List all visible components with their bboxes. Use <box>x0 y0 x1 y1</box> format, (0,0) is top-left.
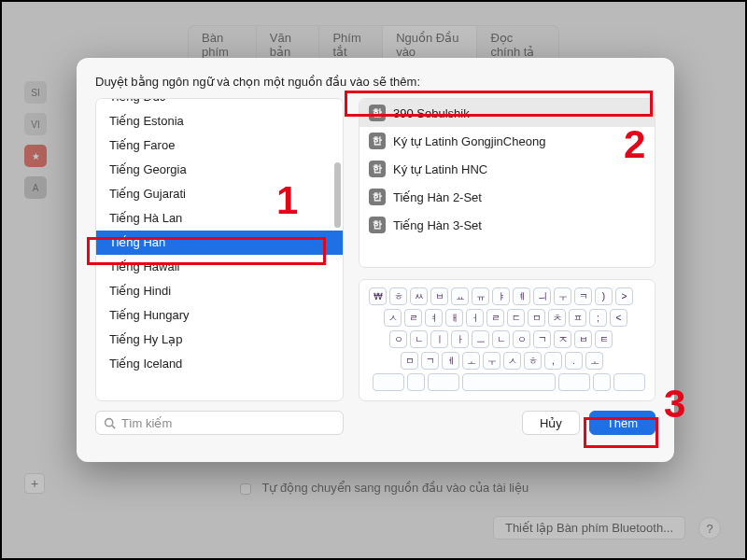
language-item[interactable]: Tiếng Hawaii <box>96 255 343 279</box>
svg-line-1 <box>112 425 115 427</box>
key-space: . <box>462 373 556 391</box>
layout-label: Tiếng Hàn 3-Set <box>393 218 482 232</box>
scrollbar-thumb[interactable] <box>334 162 341 228</box>
key: ㅢ <box>533 287 551 305</box>
key: ㄴ <box>410 330 428 348</box>
key: ㅂ <box>430 287 448 305</box>
key: ㄱ <box>533 330 551 348</box>
key: ㅜ <box>483 352 500 370</box>
window-frame: Bàn phím Văn bản Phím tắt Nguồn Đầu vào … <box>0 0 747 560</box>
hangul-badge-icon: 한 <box>369 133 386 149</box>
key: ㅂ <box>574 330 592 348</box>
language-item[interactable]: Tiếng Hy Lạp <box>96 328 343 352</box>
key: ㅓ <box>466 309 484 327</box>
language-item[interactable]: Tiếng Gujarati <box>96 182 343 206</box>
key: ㅡ <box>472 330 489 348</box>
cancel-button[interactable]: Hủy <box>522 411 580 435</box>
search-icon <box>104 417 116 429</box>
kb-row-2: ㅅㄹㅕㅐㅓㄹㄷㅁㅊㅍ;< <box>369 309 645 327</box>
key-modifier: . <box>613 373 645 391</box>
add-button[interactable]: Thêm <box>589 411 655 435</box>
key: ㅊ <box>548 309 566 327</box>
key: ㅠ <box>472 287 489 305</box>
key: ㅏ <box>451 330 469 348</box>
hangul-badge-icon: 한 <box>369 161 386 177</box>
key: ㅇ <box>513 330 530 348</box>
key: ㅗ <box>585 352 603 370</box>
language-item[interactable]: Tiếng Hindi <box>96 279 343 303</box>
search-input[interactable]: Tìm kiếm <box>95 411 344 435</box>
key: ㄴ <box>492 330 510 348</box>
key: ㅋ <box>574 287 592 305</box>
key: ㅁ <box>401 352 418 370</box>
layout-item[interactable]: 한 Ký tự Latinh GongjinCheong <box>359 127 655 155</box>
language-item[interactable]: Tiếng Iceland <box>96 352 343 376</box>
kb-row-1: ₩ㅎㅆㅂㅛㅠㅑㅖㅢㅜㅋ)> <box>369 287 645 305</box>
layout-label: Tiếng Hàn 2-Set <box>393 190 482 204</box>
kb-row-4: ㅁㄱㅔㅗㅜㅅㅎ,.ㅗ <box>369 352 645 370</box>
layout-item[interactable]: 한 Tiếng Hàn 2-Set <box>359 183 655 211</box>
key: ㅇ <box>389 330 407 348</box>
key: ㅗ <box>462 352 480 370</box>
language-item[interactable]: Tiếng Đức <box>96 99 343 109</box>
key: ㅜ <box>554 287 571 305</box>
key: ㄹ <box>404 309 422 327</box>
key-modifier: . <box>593 373 611 391</box>
svg-point-0 <box>106 418 113 426</box>
key: ㅛ <box>451 287 469 305</box>
layout-label: 390 Sebulshik <box>393 106 470 120</box>
language-item[interactable]: Tiếng Georgia <box>96 158 343 182</box>
layout-list[interactable]: 한 390 Sebulshik 한 Ký tự Latinh GongjinCh… <box>359 98 655 268</box>
layout-label: Ký tự Latinh GongjinCheong <box>393 134 545 148</box>
kb-row-3: ㅇㄴㅣㅏㅡㄴㅇㄱㅈㅂㅌ <box>369 330 645 348</box>
key: , <box>544 352 562 370</box>
key: ㅆ <box>410 287 428 305</box>
search-placeholder: Tìm kiếm <box>121 416 172 430</box>
language-item[interactable]: Tiếng Faroe <box>96 133 343 158</box>
key: ㅕ <box>425 309 443 327</box>
key: ㅑ <box>492 287 510 305</box>
add-input-source-sheet: Duyệt bằng ngôn ngữ và chọn một nguồn đầ… <box>77 58 674 462</box>
key: ㄹ <box>486 309 504 327</box>
key: ㅔ <box>442 352 459 370</box>
key: ㄷ <box>507 309 525 327</box>
key-modifier: . <box>407 373 425 391</box>
key: ㅣ <box>430 330 448 348</box>
key: ㅎ <box>524 352 542 370</box>
key: ㅎ <box>389 287 407 305</box>
layout-label: Ký tự Latinh HNC <box>393 162 487 176</box>
key-modifier: . <box>558 373 590 391</box>
layout-item-selected[interactable]: 한 390 Sebulshik <box>359 99 655 127</box>
hangul-badge-icon: 한 <box>369 105 386 121</box>
language-item[interactable]: Tiếng Hungary <box>96 303 343 328</box>
key: . <box>565 352 583 370</box>
sheet-instruction: Duyệt bằng ngôn ngữ và chọn một nguồn đầ… <box>95 75 655 89</box>
language-item[interactable]: Tiếng Estonia <box>96 109 343 133</box>
key-modifier: . <box>373 373 404 391</box>
language-item-selected[interactable]: Tiếng Hàn <box>96 231 343 255</box>
key: ㅌ <box>595 330 613 348</box>
key: < <box>610 309 627 327</box>
key: ㄱ <box>421 352 439 370</box>
kb-row-5: . . . . . . . <box>369 373 645 391</box>
key: ㅍ <box>569 309 586 327</box>
key-modifier: . <box>428 373 459 391</box>
key: ; <box>589 309 607 327</box>
key: ㅅ <box>384 309 402 327</box>
key: ㅅ <box>503 352 521 370</box>
language-list[interactable]: Tiếng Đức Tiếng Estonia Tiếng Faroe Tiến… <box>95 98 344 401</box>
layout-item[interactable]: 한 Tiếng Hàn 3-Set <box>359 211 655 239</box>
key: ₩ <box>369 287 387 305</box>
hangul-badge-icon: 한 <box>369 217 386 233</box>
layout-item[interactable]: 한 Ký tự Latinh HNC <box>359 155 655 183</box>
key: ㅐ <box>445 309 463 327</box>
hangul-badge-icon: 한 <box>369 189 386 205</box>
key: ㅈ <box>554 330 571 348</box>
key: ㅁ <box>528 309 545 327</box>
language-item[interactable]: Tiếng Hà Lan <box>96 206 343 231</box>
key: ㅖ <box>513 287 530 305</box>
key: ) <box>595 287 613 305</box>
language-scrollbar[interactable] <box>331 101 341 399</box>
key: > <box>615 287 633 305</box>
keyboard-preview: ₩ㅎㅆㅂㅛㅠㅑㅖㅢㅜㅋ)> ㅅㄹㅕㅐㅓㄹㄷㅁㅊㅍ;< ㅇㄴㅣㅏㅡㄴㅇㄱㅈㅂㅌ ㅁ… <box>359 279 655 401</box>
